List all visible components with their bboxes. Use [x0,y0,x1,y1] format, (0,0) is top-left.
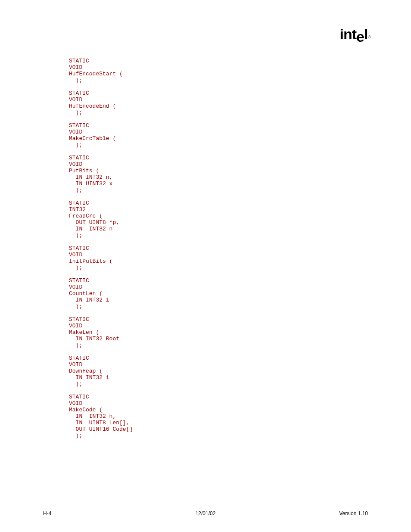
logo-drop: e [356,28,364,45]
intel-logo: intel® [339,26,370,43]
footer-version: Version 1.10 [339,510,368,516]
footer-page-number: H-4 [43,510,51,516]
logo-post: l [364,26,367,42]
code-block: STATIC VOID HufEncodeStart ( ); STATIC V… [69,58,133,439]
logo-pre: int [339,26,356,42]
logo-registered: ® [368,35,371,39]
footer-date: 12/01/02 [196,510,216,516]
